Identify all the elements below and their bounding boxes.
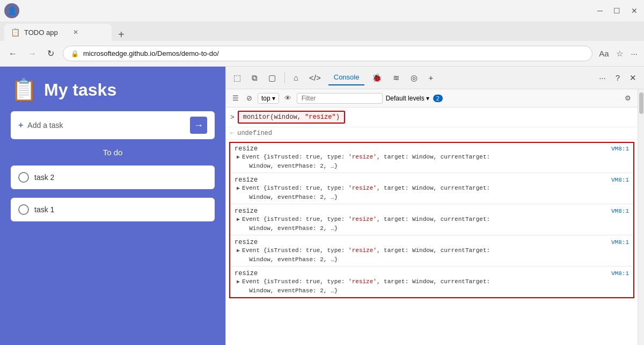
task-1-checkbox[interactable] bbox=[18, 204, 29, 215]
tab-bar: 📋 TODO app ✕ + bbox=[0, 21, 644, 41]
title-bar: 👤 ─ ☐ ✕ bbox=[0, 0, 644, 21]
dt-inspect-button[interactable]: ⬚ bbox=[230, 71, 244, 85]
dt-close-button[interactable]: ✕ bbox=[626, 71, 640, 85]
main-content: 📋 My tasks + Add a task → To do task 2 t… bbox=[0, 67, 644, 345]
console-eye-button[interactable]: 👁 bbox=[282, 93, 294, 103]
tab-close-button[interactable]: ✕ bbox=[73, 28, 78, 36]
clipboard-icon: 📋 bbox=[11, 77, 38, 103]
resize-event-4-expand-icon[interactable]: ▶ bbox=[237, 247, 240, 254]
dt-perf-tab[interactable]: ◎ bbox=[407, 71, 421, 85]
dt-console-tab[interactable]: Console bbox=[328, 70, 365, 85]
resize-event-3-expand-icon[interactable]: ▶ bbox=[237, 216, 240, 222]
scrollbar-thumb[interactable] bbox=[639, 92, 643, 114]
resize-event-1-expand-icon[interactable]: ▶ bbox=[237, 154, 240, 160]
resize-event-5-text: Event {isTrusted: true, type: 'resize', … bbox=[242, 277, 490, 295]
add-task-button[interactable]: → bbox=[190, 117, 207, 134]
dt-more-button[interactable]: ··· bbox=[596, 71, 609, 84]
dt-toggle-button[interactable]: ▢ bbox=[265, 71, 279, 85]
todo-title: My tasks bbox=[44, 80, 116, 100]
console-command-string: "resize" bbox=[305, 113, 336, 121]
resize-event-1-header: resize VM8:1 bbox=[235, 145, 629, 153]
more-button[interactable]: ··· bbox=[631, 49, 638, 58]
favorites-button[interactable]: ☆ bbox=[616, 49, 623, 59]
forward-button[interactable]: → bbox=[26, 47, 39, 61]
resize-event-1-text: Event {isTrusted: true, type: 'resize', … bbox=[242, 153, 490, 170]
todo-header: 📋 My tasks bbox=[11, 77, 215, 103]
console-toolbar: ☰ ⊘ top ▾ 👁 Default levels ▾ 2 ⚙ bbox=[226, 89, 638, 107]
task-item-2[interactable]: task 2 bbox=[11, 166, 215, 189]
top-context-select[interactable]: top ▾ bbox=[258, 93, 279, 104]
dt-home-tab[interactable]: ⌂ bbox=[290, 71, 302, 84]
resize-event-3-label: resize bbox=[235, 207, 258, 215]
dt-right-controls: ··· ? ✕ bbox=[596, 71, 640, 85]
devtools-panel: ⬚ ⧉ ▢ ⌂ </> Console 🐞 ≋ ◎ + ··· ? ✕ ☰ bbox=[225, 67, 644, 345]
resize-event-1-label: resize bbox=[235, 145, 258, 153]
resize-event-3: resize VM8:1 ▶ Event {isTrusted: true, t… bbox=[230, 205, 633, 235]
back-button[interactable]: ← bbox=[6, 47, 19, 61]
resize-event-5-expand-icon[interactable]: ▶ bbox=[237, 278, 240, 285]
dt-help-button[interactable]: ? bbox=[612, 71, 623, 84]
devtools-scrollbar[interactable] bbox=[638, 89, 644, 345]
resize-event-2-label: resize bbox=[235, 176, 258, 184]
top-context-chevron: ▾ bbox=[272, 95, 275, 102]
maximize-button[interactable]: ☐ bbox=[611, 4, 623, 17]
console-clear-button[interactable]: ⊘ bbox=[244, 93, 254, 103]
resize-separator-1 bbox=[230, 172, 633, 173]
resize-event-3-text: Event {isTrusted: true, type: 'resize', … bbox=[242, 215, 490, 233]
resize-event-5-vm-link[interactable]: VM8:1 bbox=[611, 270, 629, 277]
resize-event-3-vm-link[interactable]: VM8:1 bbox=[611, 208, 629, 214]
task-item-1[interactable]: task 1 bbox=[11, 198, 215, 221]
url-bar[interactable]: 🔒 microsoftedge.github.io/Demos/demo-to-… bbox=[63, 46, 592, 61]
resize-event-4-label: resize bbox=[235, 239, 258, 246]
devtools-body: ☰ ⊘ top ▾ 👁 Default levels ▾ 2 ⚙ bbox=[226, 89, 644, 345]
add-task-plus-icon: + bbox=[18, 120, 23, 130]
console-sidebar-toggle[interactable]: ☰ bbox=[230, 93, 241, 103]
console-output[interactable]: > monitor(window, "resize") ← undefined bbox=[226, 107, 638, 345]
dt-add-tab[interactable]: + bbox=[425, 71, 436, 84]
task-2-checkbox[interactable] bbox=[18, 172, 29, 183]
resize-event-4-detail: ▶ Event {isTrusted: true, type: 'resize'… bbox=[235, 246, 629, 264]
title-bar-left: 👤 bbox=[4, 3, 19, 18]
resize-event-5: resize VM8:1 ▶ Event {isTrusted: true, t… bbox=[230, 268, 633, 297]
dt-separator-1 bbox=[284, 73, 285, 83]
console-toolbar-right: ⚙ bbox=[623, 93, 633, 103]
add-task-placeholder[interactable]: Add a task bbox=[27, 121, 186, 130]
console-input-line: > monitor(window, "resize") bbox=[226, 107, 638, 127]
address-bar-right: Aa ☆ ··· bbox=[599, 49, 638, 59]
task-1-label: task 1 bbox=[34, 205, 54, 214]
resize-event-5-label: resize bbox=[235, 270, 258, 277]
resize-event-1-detail: ▶ Event {isTrusted: true, type: 'resize'… bbox=[235, 153, 629, 170]
new-tab-button[interactable]: + bbox=[112, 28, 131, 41]
console-command-monitor: monitor(window, bbox=[243, 113, 305, 121]
resize-event-2-vm-link[interactable]: VM8:1 bbox=[611, 177, 629, 183]
resize-event-2-expand-icon[interactable]: ▶ bbox=[237, 185, 240, 191]
default-levels-select[interactable]: Default levels ▾ 2 bbox=[386, 95, 443, 102]
dt-network-tab[interactable]: ≋ bbox=[390, 71, 403, 85]
profile-icon[interactable]: 👤 bbox=[4, 3, 19, 18]
resize-event-1-vm-link[interactable]: VM8:1 bbox=[611, 146, 629, 152]
resize-event-3-header: resize VM8:1 bbox=[235, 207, 629, 215]
undefined-text: undefined bbox=[237, 130, 272, 137]
resize-event-4-header: resize VM8:1 bbox=[235, 239, 629, 246]
console-undefined-line: ← undefined bbox=[226, 127, 638, 140]
dt-bugs-tab[interactable]: 🐞 bbox=[369, 71, 385, 85]
add-task-bar: + Add a task → bbox=[11, 111, 215, 139]
resize-event-1: resize VM8:1 ▶ Event {isTrusted: true, t… bbox=[230, 143, 633, 172]
console-filter-input[interactable] bbox=[297, 93, 383, 104]
minimize-button[interactable]: ─ bbox=[595, 4, 605, 17]
resize-event-2-header: resize VM8:1 bbox=[235, 176, 629, 184]
resize-event-4-vm-link[interactable]: VM8:1 bbox=[611, 239, 629, 246]
dt-sources-tab[interactable]: </> bbox=[306, 71, 324, 84]
refresh-button[interactable]: ↻ bbox=[45, 46, 56, 61]
task-2-label: task 2 bbox=[34, 173, 54, 182]
resize-separator-4 bbox=[230, 266, 633, 267]
dt-device-button[interactable]: ⧉ bbox=[248, 71, 261, 85]
browser-tab-todo[interactable]: 📋 TODO app ✕ bbox=[4, 24, 112, 41]
default-levels-label: Default levels bbox=[386, 95, 425, 102]
close-button[interactable]: ✕ bbox=[629, 4, 640, 17]
resize-event-4: resize VM8:1 ▶ Event {isTrusted: true, t… bbox=[230, 236, 633, 266]
arrow-left-icon: ← bbox=[230, 130, 234, 137]
reader-mode-button[interactable]: Aa bbox=[599, 49, 609, 58]
console-settings-button[interactable]: ⚙ bbox=[623, 93, 633, 103]
window-controls: ─ ☐ ✕ bbox=[595, 4, 640, 17]
